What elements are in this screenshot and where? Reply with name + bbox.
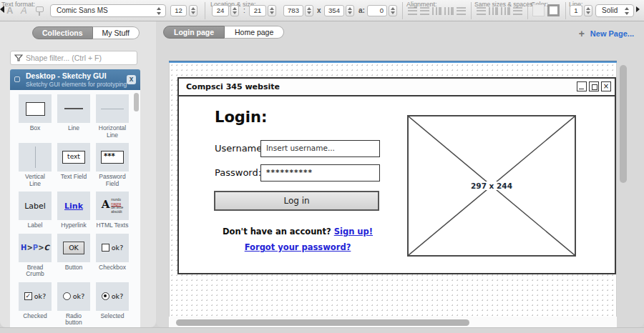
tab-collections[interactable]: Collections bbox=[32, 26, 93, 39]
shape-label: Checked bbox=[23, 313, 47, 320]
horizontal-line-icon bbox=[96, 94, 129, 123]
forgot-password-link[interactable]: Forgot your password? bbox=[245, 242, 351, 252]
format-paint-icon[interactable] bbox=[36, 6, 44, 12]
shape-selected[interactable]: ok?Selected bbox=[96, 282, 129, 327]
shape-horizontal-line[interactable]: Horizontal Line bbox=[96, 94, 129, 139]
shape-label: Button bbox=[65, 264, 83, 272]
bold-icon[interactable]: A bbox=[6, 5, 13, 16]
shape-box[interactable]: Box bbox=[19, 94, 52, 139]
angle-field[interactable]: 0 bbox=[367, 5, 387, 16]
same-height-icon[interactable] bbox=[477, 7, 486, 15]
shape-bread-crumb[interactable]: H>P>CBread Crumb bbox=[19, 234, 52, 278]
close-icon[interactable]: × bbox=[601, 81, 611, 91]
align-center-icon[interactable] bbox=[420, 7, 429, 15]
width-stepper[interactable] bbox=[305, 5, 313, 16]
align-middle-icon[interactable] bbox=[444, 7, 454, 15]
sign-up-link[interactable]: Sign up! bbox=[334, 227, 373, 237]
shape-label: Selected bbox=[100, 313, 124, 320]
wireframe-window[interactable]: Compsci 345 website × Login: Username: I… bbox=[177, 77, 616, 274]
font-size-field[interactable]: 12 bbox=[170, 5, 187, 16]
horizontal-scrollbar-thumb[interactable] bbox=[176, 319, 469, 326]
align-top-icon[interactable] bbox=[432, 7, 441, 15]
tab-login-page[interactable]: Login page bbox=[163, 26, 225, 39]
selected-icon: ok? bbox=[96, 282, 129, 311]
align-left-icon[interactable] bbox=[408, 7, 417, 15]
shape-line[interactable]: Line bbox=[57, 94, 90, 139]
angle-stepper[interactable] bbox=[389, 5, 397, 16]
image-placeholder[interactable]: 297 x 244 bbox=[407, 115, 576, 257]
height-field[interactable]: 354 bbox=[324, 5, 344, 16]
collection-close-icon[interactable]: x bbox=[127, 75, 136, 84]
shape-filter-box bbox=[10, 51, 137, 65]
shape-hyperlink[interactable]: LinkHyperlink bbox=[57, 192, 90, 229]
window-bottom-strip bbox=[0, 327, 644, 333]
wireframe-window-controls: × bbox=[575, 81, 611, 91]
shape-checked[interactable]: ✓ok?Checked bbox=[19, 282, 52, 327]
shape-label[interactable]: LabelLabel bbox=[19, 192, 52, 229]
vertical-scrollbar-thumb[interactable] bbox=[620, 65, 627, 183]
shape-label: Label bbox=[28, 222, 43, 229]
toolbar-divider bbox=[527, 2, 528, 19]
shape-label: HTML Texts bbox=[97, 222, 129, 229]
toolbar-overflow-arrow-icon[interactable] bbox=[636, 6, 640, 12]
sidebar-scrollbar-thumb[interactable] bbox=[134, 93, 139, 111]
tab-home-page[interactable]: Home page bbox=[225, 26, 284, 39]
align-right-icon[interactable] bbox=[457, 7, 466, 15]
password-field-icon: *** bbox=[96, 143, 129, 172]
stroke-color-swatch[interactable] bbox=[547, 4, 560, 16]
tab-my-stuff[interactable]: My Stuff bbox=[93, 26, 140, 39]
radio-button-icon: ok? bbox=[57, 282, 90, 311]
collection-grip-icon bbox=[14, 76, 20, 82]
username-label: Username: bbox=[215, 143, 265, 154]
location-y-stepper[interactable] bbox=[268, 5, 276, 16]
shape-vertical-line[interactable]: Vertical Line bbox=[19, 143, 52, 187]
plus-icon: + bbox=[579, 28, 585, 39]
new-page-button[interactable]: + New Page... bbox=[579, 28, 634, 39]
forgot-password-row: Forgot your password? bbox=[179, 242, 416, 252]
shape-label: Box bbox=[30, 125, 41, 132]
same-width-icon[interactable] bbox=[489, 7, 498, 15]
checked-icon: ✓ok? bbox=[19, 282, 52, 311]
shape-text-field[interactable]: textText Field bbox=[57, 143, 90, 187]
collection-header[interactable]: Desktop - Sketchy GUI Sketchy GUI elemen… bbox=[10, 69, 140, 90]
shape-filter-input[interactable] bbox=[26, 54, 133, 62]
font-family-select[interactable]: Comic Sans MS bbox=[50, 4, 166, 17]
same-hspace-icon[interactable] bbox=[501, 7, 510, 15]
new-page-label: New Page... bbox=[590, 29, 634, 38]
location-separator: : bbox=[243, 6, 245, 14]
wireframe-window-title: Compsci 345 website bbox=[186, 82, 280, 91]
password-field[interactable]: ********** bbox=[260, 164, 380, 182]
collection-tabs: Collections My Stuff bbox=[32, 26, 140, 39]
location-x-stepper[interactable] bbox=[230, 5, 239, 16]
toolbar-divider bbox=[471, 2, 472, 19]
width-field[interactable]: 783 bbox=[283, 5, 303, 16]
maximize-icon[interactable] bbox=[589, 81, 599, 91]
shape-checkbox[interactable]: ok?Checkbox bbox=[96, 234, 129, 278]
font-size-stepper[interactable] bbox=[189, 5, 197, 16]
line-width-field[interactable]: 1 bbox=[570, 5, 582, 16]
location-y-field[interactable]: 21 bbox=[249, 5, 266, 16]
height-stepper[interactable] bbox=[346, 5, 354, 16]
username-field[interactable]: Insert username... bbox=[260, 140, 380, 157]
checkbox-icon: ok? bbox=[96, 234, 129, 262]
shape-label: Bread Crumb bbox=[19, 264, 52, 278]
italic-icon[interactable]: A bbox=[21, 5, 27, 16]
shape-html-texts[interactable]: Amundumagnadei texteabsciditHTML Texts bbox=[96, 192, 129, 229]
shape-label: Password Field bbox=[96, 174, 129, 187]
shape-radio-button[interactable]: ok?Radio button bbox=[57, 282, 90, 327]
fill-color-swatch[interactable] bbox=[532, 4, 545, 16]
line-width-stepper[interactable] bbox=[584, 5, 592, 16]
log-in-button[interactable]: Log in bbox=[214, 191, 379, 211]
shape-label: Text Field bbox=[61, 174, 87, 181]
location-x-field[interactable]: 24 bbox=[212, 5, 229, 16]
angle-label: a: bbox=[358, 6, 365, 14]
shape-password-field[interactable]: ***Password Field bbox=[96, 143, 129, 187]
minimize-icon[interactable] bbox=[577, 81, 587, 91]
same-vspace-icon[interactable] bbox=[513, 7, 522, 15]
shapes-sidebar: Collections My Stuff Desktop - Sketchy G… bbox=[0, 21, 156, 327]
shape-label: Radio button bbox=[57, 313, 90, 327]
chevron-updown-icon bbox=[625, 7, 630, 15]
line-style-select[interactable]: Solid bbox=[595, 4, 634, 17]
wireframe-titlebar[interactable]: Compsci 345 website × bbox=[179, 79, 615, 96]
shape-button[interactable]: OKButton bbox=[57, 234, 90, 278]
